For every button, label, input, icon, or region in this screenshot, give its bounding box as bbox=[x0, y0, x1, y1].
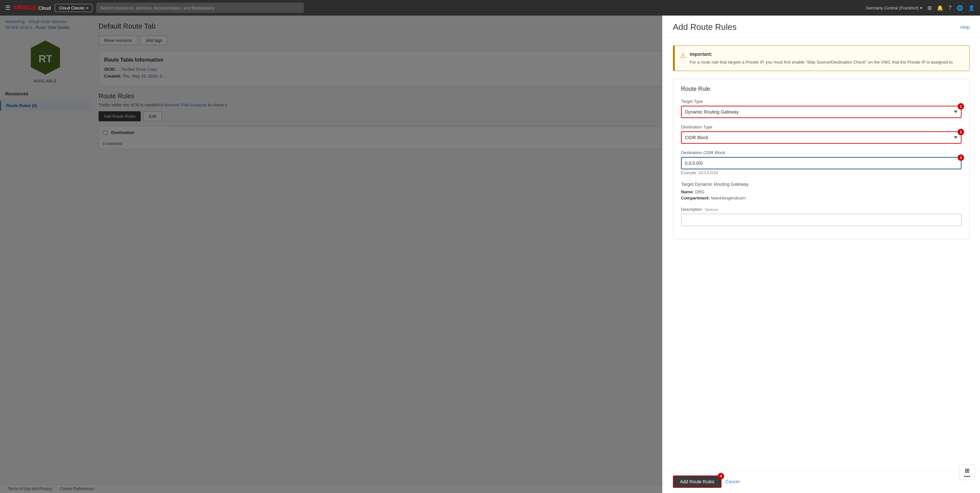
description-label-text: Description bbox=[681, 207, 702, 212]
cancel-button[interactable]: Cancel bbox=[725, 479, 740, 484]
notice-heading: Important: bbox=[690, 51, 954, 58]
add-btn-badge: 4 bbox=[718, 473, 724, 479]
route-rule-section-title: Route Rule bbox=[681, 86, 961, 92]
description-label: Description Optional bbox=[681, 207, 961, 212]
description-input[interactable] bbox=[681, 214, 961, 226]
top-navigation: ☰ ORACLE Cloud Cloud Classic > Germany C… bbox=[0, 0, 980, 16]
nav-right: Germany Central (Frankfurt) ▾ ⊞ 🔔 ? 🌐 👤 bbox=[866, 5, 975, 11]
destination-type-select[interactable]: CIDR Block bbox=[681, 131, 961, 144]
destination-type-group: Destination Type CIDR Block 2 bbox=[681, 124, 961, 144]
oracle-text: ORACLE bbox=[14, 5, 36, 11]
target-type-badge: 1 bbox=[958, 103, 964, 110]
target-type-group: Target Type Dynamic Routing Gateway 1 bbox=[681, 99, 961, 118]
add-route-rules-drawer: Add Route Rules Help ⚠ Important: For a … bbox=[662, 16, 980, 493]
add-btn-wrapper: Add Route Rules 4 bbox=[673, 476, 722, 488]
destination-cidr-hint: Example: 10.0.0.0/24 bbox=[681, 170, 961, 175]
route-rule-section: Route Rule Target Type Dynamic Routing G… bbox=[673, 79, 970, 239]
drg-name-label: Name: bbox=[681, 189, 694, 194]
cloud-text: Cloud bbox=[38, 5, 51, 11]
drawer-footer: Add Route Rules 4 Cancel bbox=[662, 470, 980, 493]
region-chevron-icon: ▾ bbox=[920, 5, 922, 10]
destination-cidr-badge: 3 bbox=[958, 154, 964, 161]
add-route-rules-submit-button[interactable]: Add Route Rules bbox=[673, 476, 722, 488]
globe-icon[interactable]: 🌐 bbox=[957, 5, 963, 11]
notice-text: For a route rule that targets a Private … bbox=[690, 60, 954, 65]
hamburger-icon[interactable]: ☰ bbox=[5, 4, 10, 11]
help-widget-icon: ⊞ bbox=[965, 467, 970, 474]
target-type-label: Target Type bbox=[681, 99, 961, 104]
drg-compartment-label: Compartment: bbox=[681, 196, 710, 200]
destination-type-badge: 2 bbox=[958, 129, 964, 135]
search-input[interactable] bbox=[96, 3, 304, 13]
cloud-classic-button[interactable]: Cloud Classic > bbox=[55, 4, 93, 12]
target-drg-title: Target Dynamic Routing Gateway bbox=[681, 181, 961, 187]
description-group: Description Optional bbox=[681, 207, 961, 226]
help-icon[interactable]: ? bbox=[948, 5, 951, 11]
drg-compartment-value: IwanHoogendoorn bbox=[711, 196, 745, 200]
drawer-help-link[interactable]: Help bbox=[960, 25, 970, 30]
drg-name-value: DRG bbox=[695, 189, 704, 194]
drawer-title: Add Route Rules bbox=[673, 22, 737, 32]
drawer-body: ⚠ Important: For a route rule that targe… bbox=[662, 38, 980, 470]
destination-cidr-group: Destination CIDR Block 3 Example: 10.0.0… bbox=[681, 150, 961, 175]
target-type-select[interactable]: Dynamic Routing Gateway bbox=[681, 106, 961, 118]
bell-icon[interactable]: 🔔 bbox=[937, 5, 943, 11]
drg-compartment-row: Compartment: IwanHoogendoorn bbox=[681, 196, 961, 200]
drawer-header: Add Route Rules Help bbox=[662, 16, 980, 38]
important-notice: ⚠ Important: For a route rule that targe… bbox=[673, 45, 970, 71]
notice-content: Important: For a route rule that targets… bbox=[690, 51, 954, 65]
destination-cidr-input[interactable] bbox=[681, 157, 961, 169]
drg-name-row: Name: DRG bbox=[681, 189, 961, 194]
optional-label: Optional bbox=[705, 208, 718, 212]
user-icon[interactable]: 👤 bbox=[968, 5, 975, 11]
region-label: Germany Central (Frankfurt) bbox=[866, 5, 919, 10]
help-widget[interactable]: ⊞ ●●●● bbox=[959, 464, 975, 480]
destination-cidr-label: Destination CIDR Block bbox=[681, 150, 961, 155]
oracle-logo: ORACLE Cloud bbox=[14, 5, 51, 11]
target-drg-section: Target Dynamic Routing Gateway Name: DRG… bbox=[681, 181, 961, 200]
region-selector[interactable]: Germany Central (Frankfurt) ▾ bbox=[866, 5, 922, 10]
console-icon[interactable]: ⊞ bbox=[928, 5, 932, 11]
warning-icon: ⚠ bbox=[680, 52, 686, 65]
destination-type-label: Destination Type bbox=[681, 124, 961, 129]
help-widget-dots: ●●●● bbox=[964, 475, 970, 478]
